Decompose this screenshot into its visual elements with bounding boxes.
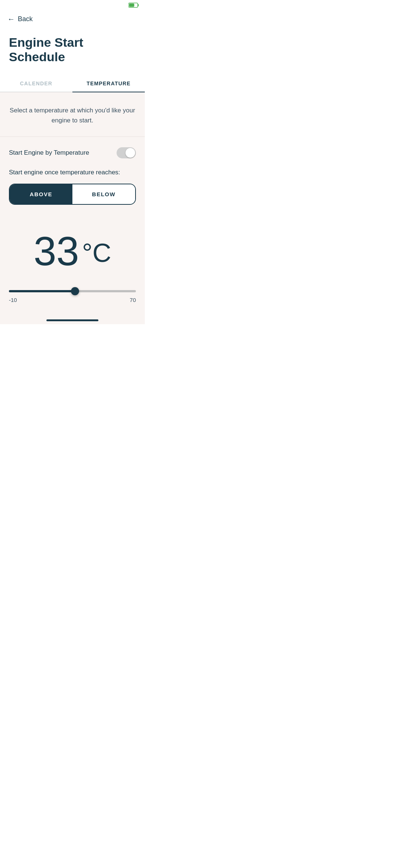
temperature-unit: °C: [82, 240, 111, 266]
battery-icon: [128, 3, 139, 8]
tab-temperature[interactable]: TEMPERATURE: [72, 75, 145, 92]
svg-rect-2: [129, 4, 134, 7]
tab-calender[interactable]: CALENDER: [0, 75, 72, 92]
above-below-selector: ABOVE BELOW: [9, 184, 136, 205]
slider-track: [9, 290, 136, 292]
toggle-switch[interactable]: [117, 147, 136, 158]
home-indicator: [0, 315, 145, 324]
back-button[interactable]: ← Back: [0, 10, 40, 28]
slider-min-label: -10: [9, 297, 17, 303]
slider-section: -10 70: [0, 286, 145, 310]
home-bar: [46, 319, 98, 321]
slider-thumb[interactable]: [71, 287, 79, 295]
page-title: Engine Start Schedule: [0, 28, 145, 75]
temperature-value: 33: [34, 231, 79, 272]
description-section: Select a temperature at which you'd like…: [0, 92, 145, 137]
below-button[interactable]: BELOW: [72, 184, 135, 204]
back-arrow-icon: ←: [7, 15, 15, 23]
toggle-knob: [125, 148, 135, 158]
back-label: Back: [18, 15, 33, 23]
description-text: Select a temperature at which you'd like…: [9, 106, 136, 125]
temperature-display: 33 °C: [0, 212, 145, 286]
toggle-label: Start Engine by Temperature: [9, 149, 89, 157]
toggle-row: Start Engine by Temperature: [0, 137, 145, 169]
content-area: Select a temperature at which you'd like…: [0, 92, 145, 315]
status-bar: [0, 0, 145, 10]
slider-max-label: 70: [130, 297, 136, 303]
slider-fill: [9, 290, 75, 292]
tabs-container: CALENDER TEMPERATURE: [0, 75, 145, 92]
slider-labels: -10 70: [9, 297, 136, 303]
above-button[interactable]: ABOVE: [10, 184, 72, 204]
temp-reaches-label: Start engine once temperature reaches:: [0, 169, 145, 184]
svg-rect-1: [138, 4, 139, 6]
